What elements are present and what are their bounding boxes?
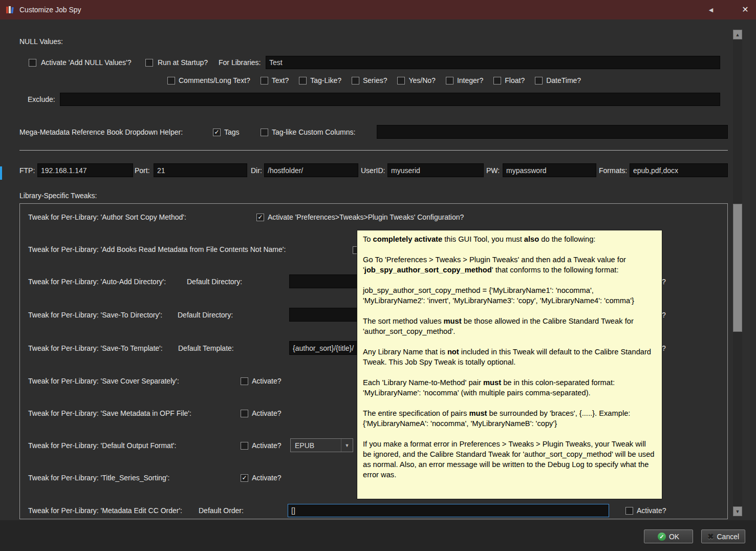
tooltip-paragraph: If you make a format error in Preference…: [363, 439, 656, 480]
auto-add-help-icon[interactable]: ?: [662, 278, 666, 286]
save-to-directory-help-icon[interactable]: ?: [662, 311, 666, 319]
output-format-dropdown-value: EPUB: [295, 441, 314, 450]
tweak-auto-add-directory-label: Tweak for Per-Library: 'Auto-Add Directo…: [28, 278, 166, 286]
tooltip-paragraph: The sort method values must be those all…: [363, 316, 656, 336]
auto-add-default-directory-label: Default Directory:: [187, 278, 242, 286]
default-output-format-activate-label: Activate?: [252, 441, 282, 450]
scroll-down-button[interactable]: ▼: [733, 506, 742, 516]
tag-like-checkbox[interactable]: [299, 77, 307, 84]
datetime-checkbox[interactable]: [535, 77, 543, 84]
tooltip-paragraph: Go To 'Preferences > Tweaks > Plugin Twe…: [363, 255, 656, 275]
scrollbar-thumb[interactable]: [733, 204, 742, 332]
port-label: Port:: [135, 166, 150, 175]
author-sort-activate-label: Activate 'Preferences>Tweaks>Plugin Twea…: [268, 213, 464, 221]
metadata-edit-cc-order-activate-label: Activate?: [637, 506, 666, 515]
tweak-title-series-sorting-label: Tweak for Per-Library: 'Title_Series_Sor…: [28, 474, 169, 482]
exclude-input[interactable]: [60, 93, 720, 106]
type-text[interactable]: Text?: [261, 76, 289, 84]
text-checkbox[interactable]: [261, 77, 268, 84]
pw-input[interactable]: [503, 163, 596, 177]
integer-checkbox[interactable]: [446, 77, 453, 84]
type-tag-like[interactable]: Tag-Like?: [299, 76, 341, 84]
save-to-template-help-icon[interactable]: ?: [662, 344, 666, 352]
yes-no-label: Yes/No?: [408, 76, 435, 84]
formats-label: Formats:: [599, 166, 627, 175]
customize-job-spy-dialog: Customize Job Spy ◀ ✕ NULL Values: Activ…: [0, 0, 756, 551]
activate-add-null-values-checkbox[interactable]: [29, 59, 36, 67]
tag-like-custom-columns-input[interactable]: [377, 125, 728, 139]
pw-label: PW:: [486, 166, 500, 175]
series-label: Series?: [363, 76, 387, 84]
cancel-x-icon: ✖: [707, 532, 714, 541]
tooltip-paragraph: Each 'Library Name-to-Method' pair must …: [363, 377, 656, 398]
window-title: Customize Job Spy: [19, 6, 81, 14]
port-input[interactable]: [154, 163, 247, 177]
dir-label: Dir:: [251, 166, 262, 175]
author-sort-activate-checkbox[interactable]: ✓: [256, 214, 264, 221]
userid-label: UserID:: [361, 166, 385, 175]
metadata-edit-cc-order-input[interactable]: [288, 504, 609, 517]
tweak-save-to-directory-label: Tweak for Per-Library: 'Save-To Director…: [28, 311, 162, 319]
for-libraries-input[interactable]: [266, 56, 720, 69]
tooltip-paragraph: job_spy_author_sort_copy_method = {'MyLi…: [363, 285, 656, 306]
comments-long-text-checkbox[interactable]: [167, 77, 175, 84]
tweak-default-output-format-label: Tweak for Per-Library: 'Default Output F…: [28, 441, 176, 450]
dropdown-arrow-icon: ▼: [341, 439, 353, 452]
title-series-sorting-checkbox[interactable]: ✓: [241, 474, 248, 482]
save-cover-separately-activate-label: Activate?: [252, 377, 282, 385]
float-label: Float?: [505, 76, 525, 84]
tags-label: Tags: [224, 128, 240, 136]
series-checkbox[interactable]: [352, 77, 359, 84]
cancel-button-label: Cancel: [717, 533, 739, 541]
tweak-metadata-edit-cc-order-label: Tweak for Per-Library: 'Metadata Edit CC…: [28, 506, 182, 515]
tag-like-label: Tag-Like?: [310, 76, 341, 84]
run-at-startup-checkbox[interactable]: [145, 59, 153, 67]
ftp-label: FTP:: [19, 166, 35, 175]
type-series[interactable]: Series?: [352, 76, 387, 84]
tooltip-paragraph: Any Library Name that is not included in…: [363, 347, 656, 367]
default-output-format-checkbox[interactable]: [241, 442, 248, 450]
save-metadata-opf-checkbox[interactable]: [241, 410, 248, 417]
author-sort-tweak-tooltip: To completely activate this GUI Tool, yo…: [357, 230, 662, 499]
formats-input[interactable]: [630, 163, 728, 177]
library-specific-tweaks-label: Library-Specific Tweaks:: [19, 192, 97, 200]
mega-metadata-label: Mega-Metadata Reference Book Dropdown He…: [19, 128, 183, 136]
ok-button[interactable]: ✓ OK: [644, 529, 693, 543]
type-datetime[interactable]: DateTime?: [535, 76, 581, 84]
tags-checkbox[interactable]: ✓: [213, 129, 221, 136]
title-series-sorting-activate-label: Activate?: [252, 474, 282, 482]
exclude-label: Exclude:: [28, 95, 55, 103]
scroll-up-button[interactable]: ▲: [733, 30, 742, 39]
ftp-host-input[interactable]: [37, 163, 133, 177]
null-type-checkbox-row: Comments/Long Text? Text? Tag-Like? Seri…: [167, 76, 581, 84]
type-float[interactable]: Float?: [493, 76, 525, 84]
output-format-dropdown[interactable]: EPUB ▼: [290, 438, 353, 452]
integer-label: Integer?: [457, 76, 483, 84]
comments-long-text-label: Comments/Long Text?: [179, 76, 250, 84]
ok-button-label: OK: [669, 533, 679, 541]
dir-input[interactable]: [264, 163, 358, 177]
type-integer[interactable]: Integer?: [446, 76, 483, 84]
float-checkbox[interactable]: [493, 77, 501, 84]
null-values-section-label: NULL Values:: [19, 37, 63, 46]
ok-check-icon: ✓: [658, 533, 666, 541]
for-libraries-label: For Libraries:: [219, 58, 261, 67]
type-comments-long-text[interactable]: Comments/Long Text?: [167, 76, 250, 84]
tooltip-paragraph: To completely activate this GUI Tool, yo…: [363, 234, 656, 244]
tweak-add-books-read-metadata-label: Tweak for Per-Library: 'Add Books Read M…: [28, 245, 286, 253]
tag-like-custom-columns-checkbox[interactable]: [261, 129, 268, 136]
close-button[interactable]: ✕: [738, 4, 752, 16]
metadata-edit-cc-order-checkbox[interactable]: [625, 507, 633, 515]
type-yes-no[interactable]: Yes/No?: [397, 76, 435, 84]
save-metadata-opf-activate-label: Activate?: [252, 409, 282, 417]
back-arrow-button[interactable]: ◀: [705, 6, 717, 14]
save-cover-separately-checkbox[interactable]: [241, 377, 248, 385]
tooltip-paragraph: The entire specification of pairs must b…: [363, 408, 656, 429]
userid-input[interactable]: [387, 163, 484, 177]
yes-no-checkbox[interactable]: [397, 77, 405, 84]
books-app-icon: [5, 5, 15, 15]
tweak-save-to-template-label: Tweak for Per-Library: 'Save-To Template…: [28, 344, 163, 352]
cancel-button[interactable]: ✖ Cancel: [701, 529, 745, 543]
metadata-edit-default-order-label: Default Order:: [199, 506, 244, 515]
tag-like-custom-columns-label: Tag-like Custom Columns:: [272, 128, 355, 136]
